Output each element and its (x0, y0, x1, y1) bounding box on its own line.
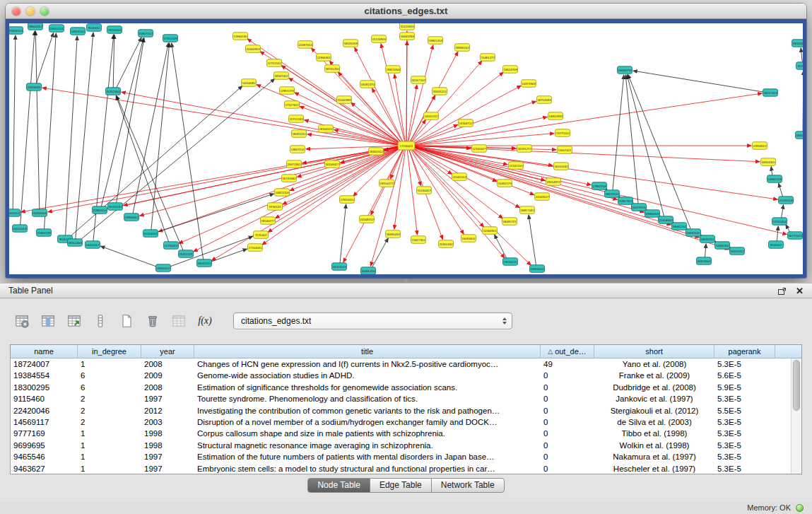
graph-node[interactable]: 19245012 (730, 247, 745, 255)
graph-node[interactable]: 21867913 (618, 197, 633, 205)
graph-node[interactable]: 14945103 (767, 175, 782, 183)
graph-node[interactable]: 9734120 (268, 203, 283, 211)
graph-node[interactable]: 20671901 (287, 160, 302, 168)
graph-node[interactable]: 14613502 (71, 28, 86, 35)
graph-node[interactable]: 15827301 (411, 236, 426, 244)
graph-node[interactable]: 17210454 (772, 218, 787, 226)
window-titlebar[interactable]: citations_edges.txt (6, 4, 806, 19)
graph-node[interactable]: 19813204 (386, 66, 401, 74)
graph-node[interactable]: 22014513 (332, 263, 347, 271)
graph-node[interactable]: 22450162 (439, 240, 454, 248)
graph-node[interactable]: 18540277 (261, 217, 276, 225)
table-row[interactable]: 969969511998Structural magnetic resonanc… (11, 440, 801, 451)
graph-node[interactable]: 16941102 (686, 229, 701, 237)
graph-node[interactable]: 10807512 (139, 30, 153, 37)
graph-node[interactable]: 18551403 (68, 239, 83, 247)
graph-node[interactable]: 17554031 (248, 244, 263, 252)
graph-node[interactable]: 15411223 (179, 250, 194, 258)
graph-node[interactable]: 16485210 (361, 267, 376, 274)
graph-node[interactable]: 16771023 (788, 232, 803, 240)
graph-node[interactable]: 18495721 (502, 218, 517, 226)
graph-node[interactable]: 21806513 (9, 27, 23, 35)
graph-node[interactable]: 20351604 (106, 88, 121, 95)
merge-tables-icon[interactable] (170, 312, 188, 330)
graph-node[interactable]: 19884209 (645, 210, 660, 218)
graph-node[interactable]: 16091370 (360, 81, 375, 88)
graph-node[interactable]: 14164712 (459, 119, 473, 127)
graph-node[interactable]: 18302012 (369, 148, 384, 156)
graph-node[interactable]: 16191272 (517, 145, 532, 153)
graph-node[interactable]: 10584921 (483, 227, 498, 235)
graph-node[interactable]: 12162100 (509, 162, 524, 170)
graph-node[interactable]: 18741200 (325, 65, 340, 73)
table-row[interactable]: 1872400712008Changes of HCN gene express… (11, 358, 801, 370)
graph-node[interactable]: 11755413 (164, 242, 179, 250)
graph-node[interactable]: 20924502 (697, 257, 712, 265)
graph-node[interactable]: 14505212 (424, 112, 439, 120)
graph-node[interactable]: 9120412 (87, 24, 102, 32)
graph-node[interactable]: 18041512 (197, 259, 212, 267)
table-row[interactable]: 2242004622012Investigating the contribut… (11, 405, 801, 416)
graph-node[interactable]: 19554271 (379, 180, 394, 187)
graph-node[interactable]: 18755131 (108, 203, 123, 211)
graph-node[interactable]: 20001124 (49, 25, 64, 33)
graph-node[interactable]: 16643294 (400, 33, 415, 40)
graph-node[interactable]: 22624031 (27, 83, 42, 91)
column-header-short[interactable]: short (594, 345, 714, 358)
graph-node[interactable]: 15481272 (481, 54, 495, 62)
graph-node[interactable]: 19450412 (156, 264, 171, 272)
table-row[interactable]: 1938455462009Genome-wide association stu… (11, 370, 801, 381)
graph-node[interactable]: 18023451 (792, 40, 804, 47)
graph-node[interactable]: 22087614 (298, 41, 313, 49)
graph-node[interactable]: 19154972 (546, 178, 561, 186)
graph-node[interactable]: 17862104 (592, 182, 607, 190)
graph-node[interactable]: 15123410 (400, 23, 415, 30)
table-options-icon[interactable] (13, 312, 31, 330)
row-height-icon[interactable] (91, 312, 110, 330)
graph-node[interactable]: 11607421 (558, 146, 572, 154)
graph-node[interactable]: 15492173 (498, 180, 512, 187)
float-panel-icon[interactable] (777, 286, 787, 296)
graph-node[interactable]: 18753093 (537, 96, 552, 104)
graph-node[interactable]: 10973943 (522, 80, 536, 88)
close-panel-icon[interactable]: ✕ (796, 286, 804, 296)
panel-splitter-handle[interactable] (404, 279, 408, 282)
show-columns-icon[interactable] (39, 312, 57, 330)
new-table-icon[interactable] (117, 312, 136, 330)
graph-node[interactable]: 10941352 (715, 242, 730, 250)
graph-node[interactable]: 16079155 (632, 204, 647, 211)
graph-node[interactable]: 7225402 (254, 231, 269, 239)
graph-node[interactable]: 10821554 (275, 189, 290, 197)
graph-node[interactable]: 16924305 (761, 158, 776, 166)
graph-node[interactable]: 16104427 (325, 160, 340, 168)
graph-node[interactable]: 13807211 (290, 146, 305, 153)
table-row[interactable]: 1830029562008Estimation of significance … (11, 382, 801, 393)
column-header-pagerank[interactable]: pagerank (714, 345, 775, 358)
column-header-in-degree[interactable]: in_degree (78, 345, 141, 358)
graph-node[interactable]: 14850933 (548, 112, 563, 120)
delete-table-icon[interactable] (143, 312, 162, 330)
table-row[interactable]: 946554611997Estimation of the future num… (11, 451, 801, 462)
graph-node[interactable]: 19861204 (428, 37, 443, 45)
graph-node[interactable]: 18227413 (763, 89, 778, 97)
graph-node[interactable]: 18924502 (530, 265, 545, 273)
import-table-icon[interactable] (65, 312, 83, 330)
graph-node[interactable]: 16731842 (282, 175, 297, 182)
graph-node[interactable]: 21863104 (93, 206, 107, 214)
graph-node[interactable]: 11964130 (233, 33, 248, 40)
table-row[interactable]: 977716911998Corpus callosum shape and si… (11, 428, 801, 439)
graph-node[interactable]: 18936102 (455, 44, 470, 52)
close-window-button[interactable] (12, 7, 20, 16)
graph-node[interactable]: 31626151 (433, 88, 447, 95)
function-builder-icon[interactable]: f(x) (196, 312, 214, 330)
graph-node[interactable]: 18567412 (274, 72, 289, 80)
graph-node[interactable]: 18495433 (386, 230, 401, 238)
graph-node[interactable]: 22400913 (246, 45, 261, 53)
graph-node[interactable]: 18091220 (292, 130, 307, 138)
graph-node[interactable]: 12906301 (317, 54, 331, 62)
graph-node[interactable]: 16103242 (554, 163, 569, 170)
graph-node[interactable]: 15124903 (372, 35, 387, 43)
graph-node[interactable]: 32207102 (411, 76, 426, 84)
graph-node[interactable]: 15104603 (659, 216, 673, 224)
graph-node[interactable]: 15905139 (37, 229, 52, 237)
